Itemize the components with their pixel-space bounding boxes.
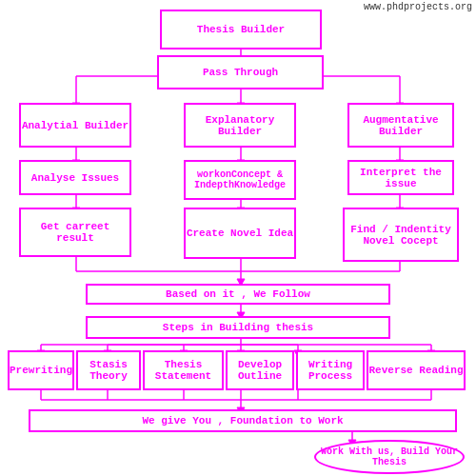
find-indentity-box: Find / Indentity Novel Cocept [343, 208, 459, 262]
reverse-reading-box: Reverse Reading [367, 350, 466, 390]
foundation-box: We give You , Foundation to Work [29, 409, 457, 432]
workon-concept-box: workonConcept & IndepthKnowledge [184, 160, 296, 200]
analytical-builder-box: Analytial Builder [19, 103, 131, 148]
based-on-it-box: Based on it , We Follow [86, 284, 390, 305]
prewriting-box: Prewriting [8, 350, 74, 390]
explanatory-builder-box: Explanatory Builder [184, 103, 296, 148]
pass-through-box: Pass Through [157, 55, 324, 89]
interpret-issue-box: Interpret the issue [347, 160, 454, 195]
thesis-statement-box: Thesis Statement [143, 350, 224, 390]
get-carreet-box: Get carreet result [19, 208, 131, 257]
create-novel-box: Create Novel Idea [184, 208, 296, 259]
stasis-theory-box: Stasis Theory [76, 350, 141, 390]
diagram: www.phdprojects.org [0, 0, 476, 476]
steps-building-box: Steps in Building thesis [86, 316, 390, 339]
writing-process-box: Writing Process [296, 350, 365, 390]
work-with-us-box: Work With us, Build Your Thesis [314, 440, 465, 474]
develop-outline-box: Develop Outline [226, 350, 294, 390]
watermark: www.phdprojects.org [364, 2, 472, 12]
thesis-builder-box: Thesis Builder [160, 10, 322, 50]
analyse-issues-box: Analyse Issues [19, 160, 131, 195]
augmentative-builder-box: Augmentative Builder [347, 103, 454, 148]
